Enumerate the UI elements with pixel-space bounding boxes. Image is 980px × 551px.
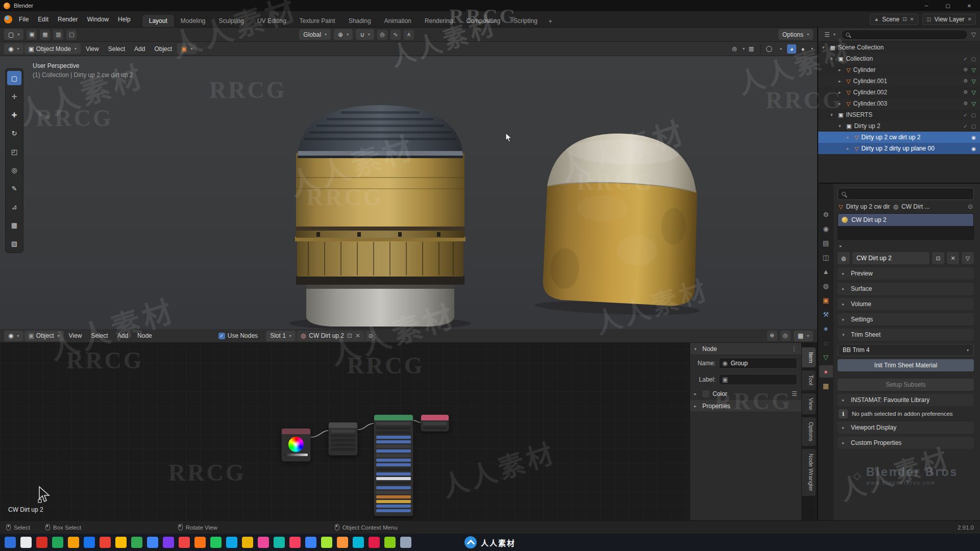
outliner-row-dirty-up-2[interactable]: ▾ ▣ Dirty up 2 ✓▢ xyxy=(818,120,980,132)
browse-material-icon[interactable]: ◍ xyxy=(838,252,850,264)
tab-render[interactable]: ◉ xyxy=(819,222,833,235)
annotate-tool[interactable]: ✎ xyxy=(7,181,21,195)
rgb-color-node[interactable] xyxy=(281,428,311,462)
color-wheel[interactable] xyxy=(288,437,304,452)
blender-menu-icon[interactable] xyxy=(4,15,12,23)
properties-search-input[interactable] xyxy=(838,188,974,200)
modifier-icon[interactable]: ⚙ xyxy=(964,67,968,73)
panel-surface[interactable]: ▸ Surface xyxy=(838,283,974,295)
panel-viewport-display[interactable]: ▸ Viewport Display xyxy=(838,421,974,434)
setup-subsets-button[interactable]: Setup Subsets xyxy=(838,379,974,391)
outliner-row-collection[interactable]: ▾ ▣ Collection ✓▢ xyxy=(818,53,980,64)
tab-item[interactable]: Item xyxy=(802,347,816,368)
xray-toggle-icon[interactable]: ▥ xyxy=(747,44,756,54)
outliner-row-dirty-up-2-cw[interactable]: ▸ ▽ Dirty up 2 cw dirt up 2 ◉ xyxy=(818,132,980,143)
outliner-search-input[interactable] xyxy=(841,30,968,40)
taskbar-app-icon[interactable] xyxy=(274,537,285,548)
shader-editor-canvas[interactable]: ▾ Node ⋮ Name: ◉ Group Label: ▣ xyxy=(0,343,817,520)
workspace-tab-sculpting[interactable]: Sculpting xyxy=(212,15,251,27)
breadcrumb-object-name[interactable]: Dirty up 2 cw dir xyxy=(846,203,890,210)
node-color-row[interactable]: ▸ Color ☰ xyxy=(690,388,801,400)
taskbar-app-icon[interactable] xyxy=(305,537,316,548)
modifier-icon[interactable]: ⚙ xyxy=(964,78,968,85)
menu-help[interactable]: Help xyxy=(113,11,135,27)
show-gizmo-icon[interactable]: ◎ xyxy=(730,44,739,54)
taskbar-app-icon[interactable] xyxy=(100,537,111,548)
group-node[interactable] xyxy=(374,414,413,516)
select-mode-3-button[interactable]: ▥ xyxy=(53,30,63,40)
node-menu-view[interactable]: View xyxy=(65,329,86,342)
tab-output[interactable]: ▤ xyxy=(819,237,833,249)
taskbar-app-icon[interactable] xyxy=(226,537,237,548)
tab-view-layer[interactable]: ◫ xyxy=(819,251,833,263)
workspace-tab-animation[interactable]: Animation xyxy=(378,15,418,27)
taskbar-app-icon[interactable] xyxy=(353,537,364,548)
tab-world[interactable]: ◍ xyxy=(819,280,833,292)
init-trim-sheet-button[interactable]: Init Trim Sheet Material xyxy=(838,359,974,371)
panel-trim-sheet[interactable]: ▾ Trim Sheet xyxy=(838,329,974,341)
panel-preview[interactable]: ▸ Preview xyxy=(838,267,974,280)
taskbar-app-icon[interactable] xyxy=(242,537,253,548)
tab-scene[interactable]: ▲ xyxy=(819,265,833,278)
taskbar-app-icon[interactable] xyxy=(194,537,206,548)
outliner-row-dirty-up-2-plane[interactable]: ▸ ▽ Dirty up 2 dirty up plane 00 ◉ xyxy=(818,143,980,154)
exclude-checkbox-icon[interactable]: ✓ xyxy=(963,112,967,118)
workspace-tab-shading[interactable]: Shading xyxy=(342,15,378,27)
tab-view[interactable]: View xyxy=(802,393,816,415)
material-slot-list[interactable]: CW Dirt up 2 xyxy=(838,213,974,240)
tab-object-data[interactable]: ▽ xyxy=(819,351,833,363)
node-label-input[interactable]: ▣ xyxy=(719,374,797,385)
snap-dropdown[interactable]: ∪ ▾ xyxy=(356,29,374,40)
menu-edit[interactable]: Edit xyxy=(33,11,53,27)
falloff-curve-icon[interactable]: ∿ xyxy=(390,30,401,40)
value-slider[interactable] xyxy=(284,454,308,456)
eye-icon[interactable]: ◉ xyxy=(971,146,976,152)
properties-panel-header[interactable]: ▸ Properties xyxy=(690,400,801,412)
tab-texture[interactable]: ▦ xyxy=(819,380,833,392)
mapping-node[interactable] xyxy=(328,422,358,456)
visibility-icon[interactable]: ▢ xyxy=(971,123,976,129)
active-tool-dropdown[interactable]: ▢ ▾ xyxy=(4,29,23,40)
taskbar-app-icon[interactable] xyxy=(400,537,411,548)
outliner-row-scene-collection[interactable]: ▾ ▦ Scene Collection xyxy=(818,42,980,53)
menu-render[interactable]: Render xyxy=(53,11,82,27)
node-panel-header[interactable]: ▾ Node ⋮ xyxy=(690,343,801,355)
copy-material-button[interactable]: ⊡ xyxy=(932,252,944,264)
workspace-tab-scripting[interactable]: Scripting xyxy=(507,15,544,27)
select-mode-1-button[interactable]: ▣ xyxy=(27,30,37,40)
taskbar-app-icon[interactable] xyxy=(115,537,127,548)
options-dropdown[interactable]: Options ▾ xyxy=(778,29,813,40)
minimize-button[interactable]: ─ xyxy=(916,0,937,11)
workspace-tab-compositing[interactable]: Compositing xyxy=(459,15,507,27)
visibility-icon[interactable]: ▢ xyxy=(971,112,976,118)
pin-icon[interactable]: ⊙ xyxy=(365,331,376,341)
node-menu-select[interactable]: Select xyxy=(87,329,112,342)
pin-icon[interactable]: ⊙ xyxy=(968,203,973,210)
slot-dropdown[interactable]: Slot 1 ▾ xyxy=(266,331,296,341)
taskbar-app-icon[interactable] xyxy=(52,537,63,548)
taskbar-app-icon[interactable] xyxy=(210,537,222,548)
drag-dots-icon[interactable]: ⋮ xyxy=(791,345,797,353)
remove-view-layer-icon[interactable]: ✕ xyxy=(968,16,972,22)
outliner-row-cylinder-001[interactable]: ▸ ▽ Cylinder.001 ⚙▽ xyxy=(818,76,980,87)
move-tool[interactable]: ✚ xyxy=(7,108,21,122)
node-grid-dropdown[interactable]: ▦ ▾ xyxy=(794,331,813,341)
taskbar-app-icon[interactable] xyxy=(337,537,348,548)
taskbar-app-icon[interactable] xyxy=(5,537,16,548)
select-mode-4-button[interactable]: ▢ xyxy=(66,30,77,40)
viewport-menu-object[interactable]: Object xyxy=(150,42,176,56)
panel-settings[interactable]: ▸ Settings xyxy=(838,313,974,325)
extra-tool[interactable]: ▧ xyxy=(7,236,21,251)
node-name-input[interactable]: ◉ Group xyxy=(719,358,797,369)
taskbar-app-icon[interactable] xyxy=(163,537,174,548)
use-nodes-toggle[interactable]: ✓ Use Nodes xyxy=(218,332,258,339)
taskbar-app-icon[interactable] xyxy=(84,537,95,548)
select-box-tool[interactable]: ▢ xyxy=(7,71,21,85)
viewport-menu-select[interactable]: Select xyxy=(104,42,129,56)
snap-node-icon[interactable]: ⊕ xyxy=(767,331,777,341)
trim-sheet-dropdown[interactable]: BB Trim 4 ▾ xyxy=(838,344,974,356)
menu-file[interactable]: File xyxy=(14,11,33,27)
outliner-type-dropdown[interactable]: ☰ ▾ xyxy=(822,29,838,40)
tab-physics[interactable]: ◌ xyxy=(819,337,833,349)
taskbar-app-icon[interactable] xyxy=(131,537,142,548)
